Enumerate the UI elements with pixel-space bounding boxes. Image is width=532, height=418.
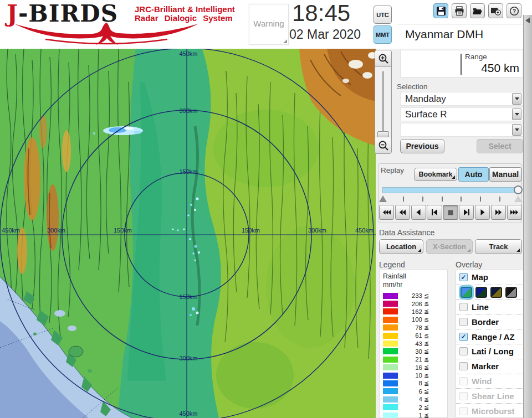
x-section-button[interactable]: X-Section: [426, 239, 473, 254]
legend-value: 61: [398, 332, 422, 339]
overlay-item-label: Marker: [472, 362, 499, 371]
play-forward-button[interactable]: [475, 205, 490, 220]
overlay-item-lati-long[interactable]: Lati / Long: [456, 344, 523, 359]
previous-button[interactable]: Previous: [400, 139, 444, 153]
step-forward-button[interactable]: [459, 205, 474, 220]
slider-start-marker[interactable]: [379, 195, 387, 202]
map-style-swatch[interactable]: [505, 287, 517, 298]
legend-color-swatch: [383, 324, 398, 331]
help-button[interactable]: ?: [507, 3, 521, 18]
radar-map[interactable]: 450km 300km 150km 150km 300km 450km 450k…: [0, 49, 376, 418]
legend-row: 206≦: [383, 300, 447, 307]
legend-color-swatch: [383, 412, 398, 418]
add-image-button[interactable]: [488, 3, 503, 18]
overlay-item-map[interactable]: ✓Map: [456, 270, 523, 285]
legend-color-swatch: [383, 373, 398, 379]
replay-slider-track[interactable]: [382, 187, 519, 193]
zoom-slider-track[interactable]: [382, 71, 384, 133]
slider-tick: [480, 197, 481, 202]
data-assistance-label: Data Assistance: [379, 228, 434, 237]
checkbox-icon[interactable]: [459, 362, 468, 370]
map-style-swatch[interactable]: [475, 287, 487, 298]
bookmark-button[interactable]: Bookmark: [414, 168, 457, 181]
rewind-2x-button[interactable]: [395, 205, 410, 220]
location-button[interactable]: Location: [379, 239, 423, 254]
manual-button[interactable]: Manual: [489, 167, 521, 182]
less-equal-icon: ≦: [424, 324, 429, 331]
overlay-item-label: Border: [472, 317, 499, 327]
chevron-down-icon: [515, 128, 519, 131]
overlay-item-marker[interactable]: Marker: [456, 359, 523, 374]
extra-dropdown[interactable]: [400, 123, 523, 137]
select-button[interactable]: Select: [477, 139, 523, 153]
step-backward-button[interactable]: [427, 205, 442, 220]
rewind-3x-button[interactable]: [379, 205, 394, 220]
site-dropdown-value: Mandalay: [405, 94, 446, 104]
legend-row: 16≦: [383, 364, 447, 371]
menu-grip-icon: [452, 176, 455, 179]
map-zoom-control: [375, 50, 392, 154]
checkbox-icon[interactable]: [459, 318, 468, 326]
overlay-item-line[interactable]: Line: [456, 300, 523, 315]
dropdown-button[interactable]: [512, 124, 521, 136]
checkbox-icon[interactable]: [459, 347, 468, 355]
site-dropdown[interactable]: Mandalay: [400, 92, 523, 106]
ring-label: 450km: [355, 227, 374, 234]
legend-color-swatch: [383, 317, 398, 323]
dropdown-button[interactable]: [512, 109, 521, 120]
dropdown-button[interactable]: [512, 93, 521, 105]
less-equal-icon: ≦: [424, 292, 429, 300]
legend-row: 162≦: [383, 308, 447, 316]
forward-3x-button[interactable]: [507, 205, 522, 220]
print-button[interactable]: [452, 3, 467, 18]
ring-label: 300km: [179, 355, 197, 362]
zoom-in-button[interactable]: [375, 50, 391, 67]
ring-label: 150km: [114, 227, 132, 234]
collapse-panel-arrow-icon[interactable]: [525, 18, 530, 23]
replay-slider-handle[interactable]: [514, 185, 523, 194]
legend-color-swatch: [383, 293, 398, 299]
menu-grip-icon: [516, 249, 520, 252]
map-style-swatch-selected[interactable]: [461, 287, 472, 298]
ring-label: 150km: [242, 227, 260, 234]
help-icon: ?: [509, 6, 519, 16]
step-backward-icon: [432, 209, 437, 215]
printer-icon: [454, 6, 464, 16]
divider: [461, 54, 462, 75]
playback-controls: [379, 205, 522, 220]
zoom-out-button[interactable]: [375, 137, 391, 153]
step-forward-icon: [464, 209, 469, 215]
forward-2x-button[interactable]: [491, 205, 506, 220]
play-backward-button[interactable]: [411, 205, 426, 220]
logo-subtitle: JRC-Brilliant & Intelligent Radar Dialog…: [135, 5, 235, 23]
open-folder-button[interactable]: [470, 3, 485, 18]
legend-row: 233≦: [383, 292, 447, 300]
overlay-item-border[interactable]: Border: [456, 314, 523, 329]
slider-tick: [499, 197, 500, 202]
checkbox-checked-icon[interactable]: ✓: [459, 333, 468, 341]
track-button[interactable]: Track: [475, 239, 522, 254]
legend-row: 8≦: [383, 379, 447, 387]
legend-value: 1: [398, 412, 422, 418]
checkbox-icon[interactable]: [459, 303, 468, 311]
utc-button[interactable]: UTC: [374, 6, 392, 24]
auto-button[interactable]: Auto: [458, 167, 489, 182]
legend-value: 6: [398, 388, 422, 395]
legend-row: 43≦: [383, 339, 447, 347]
legend-value: 43: [398, 340, 422, 347]
overlay-item-range-az[interactable]: ✓Range / AZ: [456, 329, 523, 344]
save-button[interactable]: [433, 3, 448, 18]
less-equal-icon: ≦: [424, 404, 429, 411]
product-dropdown[interactable]: Surface R: [400, 107, 523, 121]
panel-scrollbar[interactable]: [523, 15, 532, 418]
mmt-button[interactable]: MMT: [374, 25, 392, 44]
slider-end-marker[interactable]: [514, 195, 522, 202]
stop-button[interactable]: [443, 205, 458, 220]
bookmark-label: Bookmark: [418, 171, 452, 178]
legend-row: 21≦: [383, 355, 447, 363]
x-section-label: X-Section: [433, 242, 466, 251]
warning-panel[interactable]: Warning: [249, 4, 289, 45]
map-style-row: [456, 285, 523, 300]
checkbox-checked-icon[interactable]: ✓: [459, 273, 468, 281]
map-style-swatch[interactable]: [490, 287, 502, 298]
